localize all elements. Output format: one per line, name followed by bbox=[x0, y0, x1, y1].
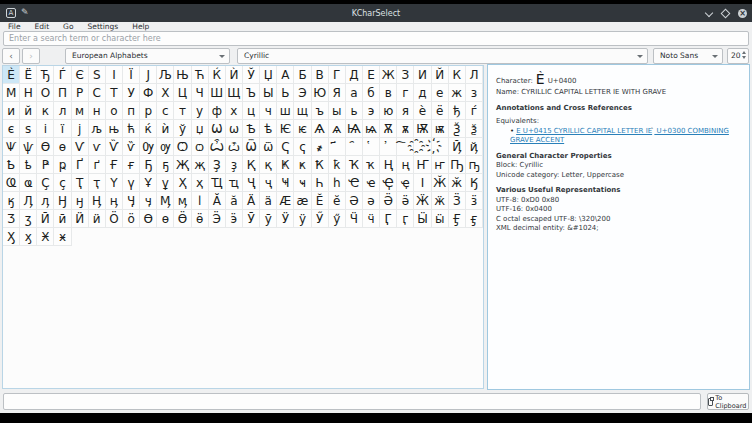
character-cell[interactable]: х bbox=[226, 102, 243, 120]
character-cell[interactable]: с bbox=[157, 102, 174, 120]
character-cell[interactable]: Ҭ bbox=[72, 174, 89, 192]
character-cell[interactable]: Ѓ bbox=[54, 66, 71, 84]
character-cell[interactable]: ң bbox=[397, 156, 414, 174]
result-text-field[interactable] bbox=[3, 393, 701, 410]
character-cell[interactable]: ў bbox=[174, 120, 191, 138]
character-cell[interactable]: ч bbox=[260, 102, 277, 120]
character-cell[interactable]: Ӌ bbox=[123, 192, 140, 210]
character-cell[interactable]: Ӿ bbox=[37, 228, 54, 246]
character-cell[interactable]: Ѣ bbox=[243, 120, 260, 138]
character-cell[interactable]: Ш bbox=[209, 84, 226, 102]
character-cell[interactable]: ѻ bbox=[192, 138, 209, 156]
character-cell[interactable]: ӽ bbox=[20, 228, 37, 246]
character-cell[interactable]: ѷ bbox=[123, 138, 140, 156]
character-cell[interactable]: З bbox=[397, 66, 414, 84]
character-cell[interactable]: Ҡ bbox=[346, 156, 363, 174]
character-cell[interactable]: ѣ bbox=[260, 120, 277, 138]
character-cell[interactable]: џ bbox=[192, 120, 209, 138]
character-cell[interactable]: ӑ bbox=[226, 192, 243, 210]
character-cell[interactable]: П bbox=[54, 84, 71, 102]
character-cell[interactable]: ғ bbox=[123, 156, 140, 174]
character-cell[interactable]: И bbox=[414, 66, 431, 84]
block-combobox[interactable]: Cyrillic bbox=[237, 48, 648, 64]
character-cell[interactable]: Ѐ bbox=[3, 66, 20, 84]
character-cell[interactable]: Ѯ bbox=[449, 120, 466, 138]
character-cell[interactable]: ҵ bbox=[226, 174, 243, 192]
character-cell[interactable]: ҕ bbox=[157, 156, 174, 174]
character-cell[interactable]: м bbox=[72, 102, 89, 120]
character-cell[interactable]: Ӡ bbox=[3, 210, 20, 228]
character-cell[interactable]: ҉ bbox=[432, 138, 449, 156]
character-cell[interactable]: ӿ bbox=[54, 228, 71, 246]
character-cell[interactable]: ҳ bbox=[192, 174, 209, 192]
character-cell[interactable]: ҆ bbox=[380, 138, 397, 156]
character-cell[interactable]: Ӎ bbox=[157, 192, 174, 210]
character-cell[interactable]: ӛ bbox=[397, 192, 414, 210]
character-cell[interactable]: ҏ bbox=[54, 156, 71, 174]
character-cell[interactable]: Ӹ bbox=[414, 210, 431, 228]
character-cell[interactable]: Ӟ bbox=[449, 192, 466, 210]
character-cell[interactable]: ѧ bbox=[329, 120, 346, 138]
character-cell[interactable]: ҡ bbox=[363, 156, 380, 174]
character-cell[interactable]: Ф bbox=[140, 84, 157, 102]
character-cell[interactable]: ы bbox=[329, 102, 346, 120]
character-cell[interactable]: Ѳ bbox=[37, 138, 54, 156]
character-cell[interactable]: ҫ bbox=[54, 174, 71, 192]
character-cell[interactable]: ӓ bbox=[260, 192, 277, 210]
character-cell[interactable]: Ӊ bbox=[89, 192, 106, 210]
menu-item-file[interactable]: File bbox=[8, 22, 21, 31]
forward-button[interactable]: › bbox=[22, 48, 40, 64]
character-cell[interactable]: Ӯ bbox=[243, 210, 260, 228]
character-cell[interactable]: ѩ bbox=[363, 120, 380, 138]
character-cell[interactable]: ё bbox=[432, 102, 449, 120]
character-cell[interactable]: л bbox=[54, 102, 71, 120]
character-cell[interactable]: Ќ bbox=[209, 66, 226, 84]
character-cell[interactable]: Ө bbox=[140, 210, 157, 228]
character-cell[interactable]: ҍ bbox=[20, 156, 37, 174]
character-cell[interactable]: ѡ bbox=[226, 120, 243, 138]
character-cell[interactable]: Ӝ bbox=[414, 192, 431, 210]
character-cell[interactable]: ӵ bbox=[363, 210, 380, 228]
character-cell[interactable]: Ђ bbox=[37, 66, 54, 84]
character-cell[interactable]: п bbox=[123, 102, 140, 120]
character-cell[interactable]: М bbox=[3, 84, 20, 102]
character-cell[interactable]: б bbox=[363, 84, 380, 102]
character-cell[interactable]: д bbox=[414, 84, 431, 102]
menu-item-settings[interactable]: Settings bbox=[88, 22, 119, 31]
close-button[interactable]: × bbox=[738, 9, 747, 18]
minimize-button[interactable] bbox=[705, 9, 714, 18]
character-cell[interactable]: ҭ bbox=[89, 174, 106, 192]
character-cell[interactable]: Ӣ bbox=[37, 210, 54, 228]
character-cell[interactable]: Ѭ bbox=[414, 120, 431, 138]
titlebar[interactable]: A ✎ KCharSelect × bbox=[0, 4, 752, 22]
character-cell[interactable]: ҇ bbox=[397, 138, 414, 156]
character-cell[interactable]: Ѫ bbox=[380, 120, 397, 138]
character-cell[interactable]: ҁ bbox=[294, 138, 311, 156]
font-size-spinbox[interactable]: 20 bbox=[727, 48, 749, 64]
character-cell[interactable]: о bbox=[106, 102, 123, 120]
character-cell[interactable]: Ж bbox=[380, 66, 397, 84]
character-cell[interactable]: а bbox=[346, 84, 363, 102]
character-cell[interactable]: Д bbox=[346, 66, 363, 84]
character-cell[interactable]: я bbox=[397, 102, 414, 120]
character-cell[interactable]: Ц bbox=[174, 84, 191, 102]
character-cell[interactable]: ҷ bbox=[260, 174, 277, 192]
character-cell[interactable]: ѫ bbox=[397, 120, 414, 138]
character-cell[interactable]: Ғ bbox=[106, 156, 123, 174]
character-cell[interactable]: и bbox=[3, 102, 20, 120]
character-cell[interactable]: Ӱ bbox=[277, 210, 294, 228]
character-cell[interactable]: Э bbox=[294, 84, 311, 102]
character-cell[interactable]: в bbox=[380, 84, 397, 102]
character-cell[interactable]: ӳ bbox=[329, 210, 346, 228]
character-cell[interactable]: љ bbox=[89, 120, 106, 138]
character-cell[interactable]: Ћ bbox=[192, 66, 209, 84]
character-cell[interactable]: Ы bbox=[260, 84, 277, 102]
character-cell[interactable]: Қ bbox=[243, 156, 260, 174]
character-cell[interactable]: У bbox=[123, 84, 140, 102]
character-cell[interactable]: ү bbox=[123, 174, 140, 192]
character-cell[interactable]: С bbox=[89, 84, 106, 102]
character-cell[interactable]: ҈ bbox=[414, 138, 431, 156]
character-cell[interactable]: Ӈ bbox=[54, 192, 71, 210]
character-cell[interactable]: Й bbox=[432, 66, 449, 84]
character-cell[interactable]: Ҷ bbox=[243, 174, 260, 192]
